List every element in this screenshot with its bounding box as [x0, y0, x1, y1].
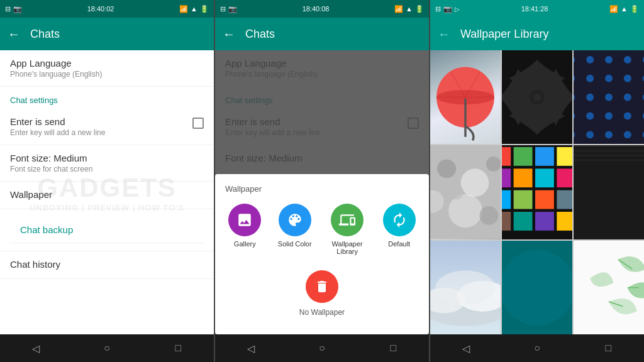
wallpaper-item-clouds[interactable]: [430, 241, 501, 334]
svg-rect-61: [574, 145, 644, 239]
wallpaper-item-dots[interactable]: [574, 50, 644, 144]
signal-icon: 📶: [179, 5, 188, 13]
nav-home-2[interactable]: ○: [309, 336, 335, 361]
back-button-2[interactable]: ←: [223, 27, 235, 41]
gallery-icon: [236, 212, 253, 228]
wallpaper-item-leaves[interactable]: [574, 241, 644, 334]
nav-recent-2[interactable]: □: [380, 336, 406, 361]
camera-icon-2: 📷: [228, 5, 237, 13]
chat-backup-link[interactable]: Chat backup: [10, 217, 204, 243]
settings-font-size[interactable]: Font size: Medium Font size for chat scr…: [0, 145, 214, 182]
screen-title-3: Wallpaper Library: [460, 28, 548, 41]
no-wallpaper-section[interactable]: No Wallpaper: [215, 258, 429, 329]
wallpaper-option-default[interactable]: Default: [383, 204, 416, 255]
app-language-title: App Language: [10, 58, 204, 69]
status-time-2: 18:40:08: [303, 5, 330, 13]
bottom-nav-3: ◁ ○ □: [430, 334, 644, 362]
settings-wallpaper[interactable]: Wallpaper: [0, 182, 214, 209]
svg-rect-47: [535, 147, 554, 166]
wallpaper-item-moon[interactable]: [430, 145, 501, 239]
notification-icon: ⊟: [5, 5, 11, 13]
nav-back-3[interactable]: ◁: [453, 336, 479, 361]
wallpaper-item-umbrella[interactable]: [430, 50, 501, 144]
svg-rect-55: [535, 190, 554, 209]
svg-point-69: [435, 270, 495, 304]
status-bar-1: ⊟ 📷 18:40:02 📶 ▲ 🔋: [0, 0, 214, 18]
solid-color-label: Solid Color: [278, 240, 312, 248]
enter-is-send-checkbox[interactable]: [192, 118, 204, 129]
svg-point-23: [605, 94, 613, 101]
wallpaper-item-colorblocks[interactable]: [502, 145, 572, 239]
svg-point-34: [624, 131, 631, 138]
panel-chats: ⊟ 📷 18:40:02 📶 ▲ 🔋 ← Chats App Language …: [0, 0, 214, 362]
wallpaper-option-library[interactable]: Wallpaper Library: [328, 204, 366, 255]
svg-point-17: [586, 75, 594, 82]
nav-recent-1[interactable]: □: [165, 336, 191, 361]
svg-point-22: [586, 94, 594, 101]
svg-point-28: [605, 112, 613, 120]
settings-chat-history[interactable]: Chat history: [0, 251, 214, 279]
damask-svg: [502, 50, 572, 144]
nav-home-3[interactable]: ○: [525, 336, 550, 361]
nav-back-2[interactable]: ◁: [238, 336, 264, 361]
battery-icon: 🔋: [200, 5, 209, 13]
default-icon: [391, 212, 408, 228]
svg-point-9: [533, 94, 541, 101]
svg-point-43: [448, 185, 464, 200]
clouds-svg: [430, 241, 501, 334]
wallpaper-item-damask[interactable]: [502, 50, 572, 144]
wallpaper-item-teal[interactable]: [502, 241, 572, 334]
svg-rect-57: [502, 212, 511, 231]
wallpaper-library-label: Wallpaper Library: [328, 240, 366, 255]
wallpaper-grid: [430, 50, 644, 334]
wallpaper-title: Wallpaper: [10, 189, 204, 200]
top-bar-1: ← Chats: [0, 18, 214, 50]
nav-recent-3[interactable]: □: [596, 336, 621, 361]
svg-point-14: [624, 56, 631, 63]
dots-svg: [574, 50, 644, 144]
svg-point-27: [586, 112, 594, 120]
status-bar-2: ⊟ 📷 18:40:08 📶 ▲ 🔋: [215, 0, 429, 18]
moon-svg: [430, 145, 501, 239]
font-size-title: Font size: Medium: [10, 153, 204, 163]
default-icon-circle: [383, 204, 416, 236]
svg-rect-52: [557, 169, 572, 188]
nav-home-1[interactable]: ○: [94, 336, 119, 361]
status-right-1: 📶 ▲ 🔋: [179, 5, 209, 13]
back-button-1[interactable]: ←: [8, 27, 20, 41]
enter-is-send-text: Enter is send Enter key will add a new l…: [10, 116, 192, 137]
svg-point-33: [605, 131, 613, 138]
wallpaper-option-solid[interactable]: Solid Color: [278, 204, 312, 255]
notification-icon-3: ⊟: [435, 5, 441, 13]
settings-chat-backup[interactable]: Chat backup: [0, 209, 214, 251]
svg-point-37: [437, 160, 456, 178]
notification-icon-2: ⊟: [220, 5, 226, 13]
svg-point-42: [479, 206, 498, 225]
wallpaper-option-gallery[interactable]: Gallery: [228, 204, 261, 255]
svg-point-72: [502, 250, 572, 325]
enter-is-send-subtitle: Enter key will add a new line: [10, 128, 192, 137]
wifi-icon-3: ▲: [621, 5, 628, 13]
wallpaper-dialog-title: Wallpaper: [215, 179, 429, 196]
nav-back-1[interactable]: ◁: [23, 336, 48, 361]
wifi-icon: ▲: [191, 5, 197, 13]
status-right-2: 📶 ▲ 🔋: [394, 5, 424, 13]
status-time-1: 18:40:02: [87, 5, 114, 13]
default-label: Default: [388, 240, 410, 248]
battery-icon-2: 🔋: [415, 5, 424, 13]
wallpaper-library-icon-circle: [331, 204, 364, 236]
svg-rect-65: [574, 160, 644, 162]
svg-point-32: [586, 131, 594, 138]
no-wallpaper-label: No Wallpaper: [299, 308, 345, 317]
back-button-3[interactable]: ←: [438, 27, 450, 41]
umbrella-svg: [430, 50, 501, 144]
font-size-subtitle: Font size for chat screen: [10, 165, 204, 173]
teal-svg: [502, 241, 572, 334]
svg-rect-48: [557, 147, 572, 166]
settings-enter-is-send[interactable]: Enter is send Enter key will add a new l…: [0, 109, 214, 145]
wallpaper-item-dark[interactable]: [574, 145, 644, 239]
settings-app-language[interactable]: App Language Phone's language (English): [0, 50, 214, 87]
top-bar-2: ← Chats: [215, 18, 429, 50]
panel-wallpaper-library: ⊟ 📷 ▷ 18:41:28 📶 ▲ 🔋 ← Wallpaper Library: [430, 0, 644, 362]
svg-rect-56: [557, 190, 572, 209]
